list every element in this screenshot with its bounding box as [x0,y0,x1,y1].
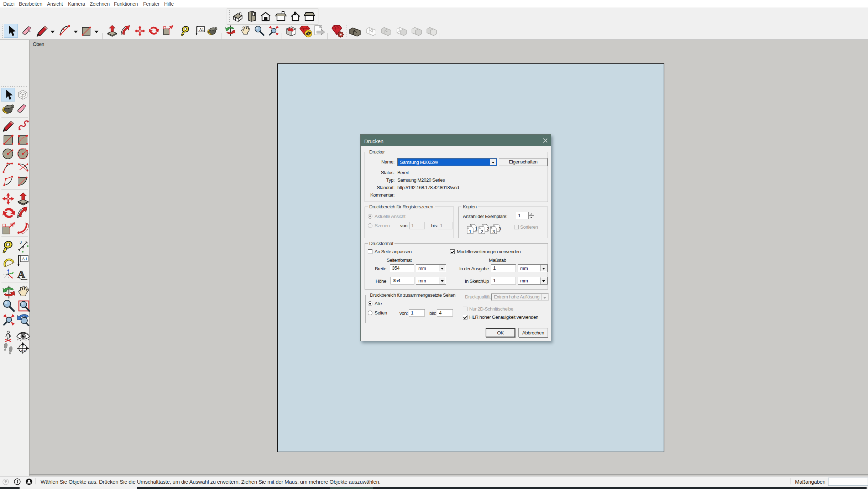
svg-text:C: C [22,344,24,348]
svg-text:A: A [17,268,25,280]
svg-text:A1: A1 [199,27,204,31]
svg-text:1: 1 [469,229,471,234]
svg-text:A·S: A·S [21,349,26,352]
svg-text:2: 2 [487,226,489,232]
svg-text:3: 3 [20,240,22,244]
svg-text:1: 1 [475,226,477,232]
svg-text:2: 2 [481,229,483,234]
svg-text:3: 3 [498,226,501,232]
svg-text:3: 3 [492,229,495,234]
svg-text:A1: A1 [22,256,27,261]
